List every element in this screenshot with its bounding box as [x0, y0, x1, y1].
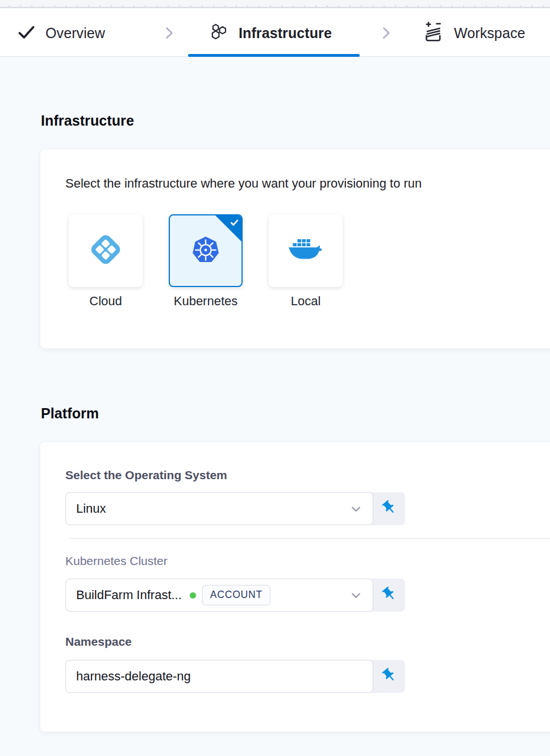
namespace-input-group: [65, 660, 405, 693]
infrastructure-card: Select the infrastructure where you want…: [40, 149, 550, 348]
field-divider: [70, 538, 550, 539]
option-label-kubernetes: Kubernetes: [169, 294, 243, 309]
platform-card: Select the Operating System Linux Kubern…: [40, 442, 550, 732]
namespace-pin-button[interactable]: [373, 660, 405, 693]
namespace-input[interactable]: [65, 660, 373, 693]
infrastructure-step-screen: Overview Infrastructure: [0, 0, 550, 756]
tab-workspace[interactable]: Workspace: [422, 9, 526, 57]
option-label-cloud: Cloud: [69, 294, 143, 309]
infrastructure-section-heading: Infrastructure: [41, 113, 134, 129]
cluster-select[interactable]: BuildFarm Infrast... ACCOUNT: [65, 579, 373, 612]
scope-badge: ACCOUNT: [202, 585, 270, 605]
pipeline-canvas-strip: [0, 0, 550, 8]
os-select-label: Select the Operating System: [65, 468, 227, 482]
tab-overview[interactable]: Overview: [17, 9, 105, 57]
os-select[interactable]: Linux: [65, 492, 373, 525]
tab-overview-label: Overview: [45, 25, 105, 41]
tab-infrastructure[interactable]: Infrastructure: [209, 9, 332, 57]
option-card-kubernetes[interactable]: [169, 214, 243, 287]
chevron-down-icon: [348, 501, 364, 517]
cluster-pin-button[interactable]: [373, 579, 405, 612]
pin-icon: [381, 500, 397, 518]
check-icon: [229, 217, 240, 230]
infrastructure-description: Select the infrastructure where you want…: [65, 176, 422, 191]
os-select-group: Linux: [65, 492, 405, 525]
os-select-value: Linux: [76, 501, 106, 516]
namespace-label: Namespace: [65, 635, 132, 649]
connector-status-dot: [190, 592, 196, 599]
platform-section-heading: Platform: [41, 405, 99, 422]
check-icon: [17, 23, 36, 44]
pin-icon: [381, 586, 397, 604]
tab-workspace-label: Workspace: [454, 25, 526, 41]
active-tab-underline: [188, 54, 360, 57]
option-label-local: Local: [269, 294, 343, 309]
chevron-right-icon: [160, 9, 177, 57]
cluster-select-label: Kubernetes Cluster: [65, 554, 168, 568]
cluster-select-value: BuildFarm Infrast...: [76, 588, 182, 603]
stack-icon: [422, 21, 444, 45]
os-pin-button[interactable]: [373, 492, 405, 525]
step-tab-bar: Overview Infrastructure: [0, 9, 550, 57]
cluster-select-group: BuildFarm Infrast... ACCOUNT: [65, 579, 405, 612]
tab-infrastructure-label: Infrastructure: [239, 25, 332, 41]
chevron-right-icon: [377, 9, 394, 57]
hexagons-icon: [209, 22, 229, 44]
harness-cloud-icon: [86, 230, 126, 272]
option-card-cloud[interactable]: [69, 214, 143, 287]
pin-icon: [381, 667, 397, 686]
option-card-local[interactable]: [269, 214, 343, 287]
docker-icon: [288, 235, 324, 266]
chevron-down-icon: [348, 588, 364, 603]
